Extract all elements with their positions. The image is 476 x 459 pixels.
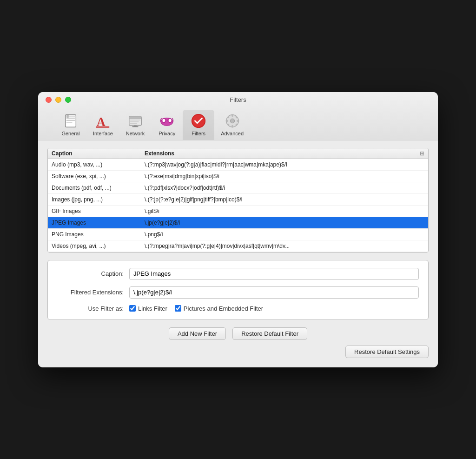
- pictures-filter-text: Pictures and Embedded Filter: [184, 305, 263, 312]
- filters-icon: [190, 113, 207, 129]
- column-caption: Caption: [52, 150, 145, 157]
- row-ext: \.(?:exe|msi|dmg|bin|xpi|iso)$/i: [145, 173, 424, 180]
- svg-rect-26: [231, 114, 233, 116]
- tab-filters[interactable]: Filters: [183, 110, 214, 140]
- svg-point-25: [230, 119, 234, 123]
- use-filter-label: Use Filter as:: [57, 305, 129, 312]
- row-caption: Software (exe, xpi, ...): [52, 173, 145, 180]
- pictures-filter-checkbox[interactable]: [175, 305, 181, 312]
- caption-label: Caption:: [57, 270, 129, 277]
- svg-rect-14: [130, 123, 137, 124]
- row-caption: GIF Images: [52, 208, 145, 214]
- svg-rect-5: [67, 115, 69, 118]
- svg-rect-4: [66, 121, 73, 122]
- row-caption: Videos (mpeg, avi, ...): [52, 243, 145, 249]
- table-header: Caption Extensions ⊞: [48, 148, 428, 159]
- checkbox-group: Links Filter Pictures and Embedded Filte…: [129, 305, 263, 312]
- svg-rect-27: [231, 125, 233, 127]
- title-bar: Filters General: [38, 92, 438, 140]
- resize-icon[interactable]: ⊞: [420, 150, 424, 157]
- row-ext: \.(?:pdf|xlsx?|docx?|odf|odt|rtf)$/i: [145, 185, 424, 191]
- caption-input[interactable]: [129, 268, 419, 280]
- svg-rect-10: [129, 116, 141, 119]
- row-caption: PNG Images: [52, 231, 145, 238]
- extensions-input[interactable]: [129, 286, 419, 299]
- table-row[interactable]: PNG Images \.png$/i: [48, 229, 428, 240]
- tab-advanced[interactable]: Advanced: [214, 110, 250, 140]
- row-caption: Documents (pdf, odf, ...): [52, 185, 145, 191]
- advanced-icon: [224, 113, 241, 129]
- extensions-label: Filtered Extensions:: [57, 289, 129, 296]
- row-ext: \.(?:jp(?:e?g|e|2)|gif|png|tiff?|bmp|ico…: [145, 196, 424, 203]
- general-icon: [62, 113, 79, 129]
- network-icon: [127, 113, 144, 129]
- caption-row: Caption:: [57, 268, 419, 280]
- row-ext: \.(?:mp3|wav|og(?:g|a)|flac|midi?|rm|aac…: [145, 161, 424, 168]
- add-new-filter-button[interactable]: Add New Filter: [169, 327, 226, 340]
- svg-rect-2: [66, 118, 75, 119]
- links-filter-label[interactable]: Links Filter: [129, 305, 167, 312]
- footer: Restore Default Settings: [47, 346, 429, 358]
- table-row[interactable]: Images (jpg, png, ...) \.(?:jp(?:e?g|e|2…: [48, 194, 428, 206]
- table-row[interactable]: Videos (mpeg, avi, ...) \.(?:mpeg|ra?m|a…: [48, 240, 428, 252]
- tab-interface-label: Interface: [93, 131, 113, 136]
- table-body: Audio (mp3, wav, ...) \.(?:mp3|wav|og(?:…: [48, 159, 428, 252]
- svg-rect-12: [130, 120, 141, 120]
- tab-advanced-label: Advanced: [221, 131, 244, 136]
- filter-table: Caption Extensions ⊞ Audio (mp3, wav, ..…: [47, 148, 429, 253]
- svg-rect-29: [237, 120, 239, 121]
- table-row[interactable]: GIF Images \.gif$/i: [48, 206, 428, 217]
- restore-settings-button[interactable]: Restore Default Settings: [345, 346, 429, 358]
- action-buttons: Add New Filter Restore Default Filter: [47, 327, 429, 340]
- tab-interface[interactable]: A Interface: [86, 110, 119, 140]
- tab-filters-label: Filters: [192, 131, 205, 136]
- tab-general-label: General: [61, 131, 79, 136]
- svg-rect-3: [66, 120, 75, 121]
- filter-form: Caption: Filtered Extensions: Use Filter…: [47, 260, 429, 320]
- row-caption: Images (jpg, png, ...): [52, 196, 145, 203]
- svg-rect-16: [132, 126, 138, 127]
- row-ext: \.jp(e?g|e|2)$/i: [145, 220, 424, 226]
- tab-general[interactable]: General: [55, 110, 86, 140]
- svg-point-21: [169, 119, 172, 122]
- restore-default-filter-button[interactable]: Restore Default Filter: [232, 327, 307, 340]
- svg-point-20: [163, 119, 165, 122]
- svg-rect-13: [130, 121, 139, 122]
- links-filter-checkbox[interactable]: [129, 305, 136, 312]
- table-row[interactable]: Documents (pdf, odf, ...) \.(?:pdf|xlsx?…: [48, 182, 428, 194]
- extensions-row: Filtered Extensions:: [57, 286, 419, 299]
- row-caption: JPEG Images: [52, 220, 145, 226]
- use-filter-row: Use Filter as: Links Filter Pictures and…: [57, 305, 419, 312]
- tab-privacy-label: Privacy: [159, 131, 175, 136]
- table-row[interactable]: Audio (mp3, wav, ...) \.(?:mp3|wav|og(?:…: [48, 159, 428, 171]
- window-title: Filters: [46, 96, 430, 103]
- tab-network-label: Network: [126, 131, 145, 136]
- privacy-icon: [159, 113, 175, 129]
- table-row[interactable]: Software (exe, xpi, ...) \.(?:exe|msi|dm…: [48, 171, 428, 182]
- tab-privacy[interactable]: Privacy: [151, 110, 183, 140]
- row-caption: Audio (mp3, wav, ...): [52, 161, 145, 168]
- links-filter-text: Links Filter: [138, 305, 167, 312]
- content-area: Caption Extensions ⊞ Audio (mp3, wav, ..…: [38, 140, 438, 367]
- toolbar: General A Interface: [46, 107, 259, 140]
- row-ext: \.png$/i: [145, 231, 424, 238]
- pictures-filter-label[interactable]: Pictures and Embedded Filter: [175, 305, 263, 312]
- column-extensions: Extensions: [145, 150, 424, 157]
- row-ext: \.gif$/i: [145, 208, 424, 214]
- main-window: Filters General: [38, 92, 438, 367]
- tab-network[interactable]: Network: [119, 110, 151, 140]
- row-ext: \.(?:mpeg|ra?m|avi|mp(?:g|e|4)|mov|divx|…: [145, 243, 424, 249]
- svg-rect-28: [225, 120, 228, 121]
- interface-icon: A: [94, 113, 111, 129]
- table-row-selected[interactable]: JPEG Images \.jp(e?g|e|2)$/i: [48, 217, 428, 229]
